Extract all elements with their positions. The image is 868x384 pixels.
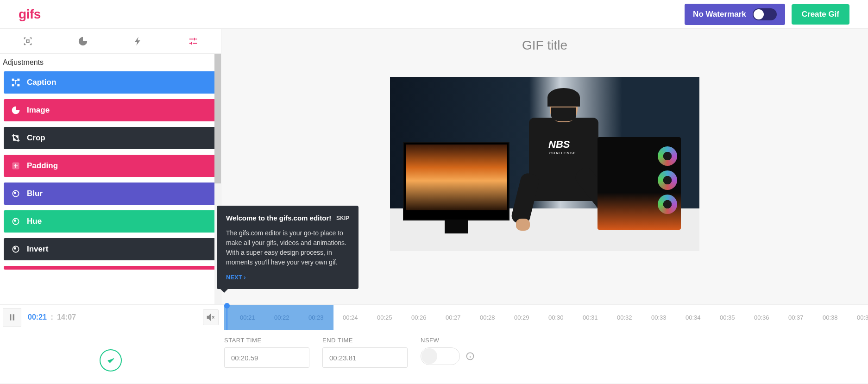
toggle-handle — [754, 9, 764, 19]
invert-icon — [11, 245, 20, 254]
caption-frame-icon — [23, 36, 33, 46]
timeline-tick: 00:36 — [754, 314, 769, 321]
timeline-tick: 00:26 — [411, 314, 427, 321]
logo[interactable]: gifs — [19, 7, 41, 22]
timeline-tick: 00:38 — [823, 314, 838, 321]
nsfw-label: NSFW — [421, 337, 475, 344]
adjustment-invert[interactable]: Invert — [4, 238, 217, 260]
adjustment-padding[interactable]: Padding — [4, 155, 217, 177]
scene-monitor — [403, 142, 509, 220]
adjustment-label: Hue — [27, 217, 42, 226]
caption-icon — [11, 78, 20, 87]
adjustment-more[interactable] — [4, 266, 217, 270]
sticker-icon — [78, 36, 88, 46]
pc-fan-icon — [658, 146, 677, 166]
mute-icon — [206, 313, 215, 322]
timeline-tick: 00:23 — [308, 314, 324, 321]
timeline-tick: 00:27 — [446, 314, 461, 321]
bottom-controls: START TIME END TIME NSFW OFF — [0, 330, 868, 384]
monitor-screen — [406, 145, 507, 210]
timeline-tick: 00:28 — [480, 314, 495, 321]
tab-adjustments-tool[interactable] — [166, 29, 221, 53]
crop-icon — [11, 133, 20, 143]
timeline-tick: 00:22 — [274, 314, 289, 321]
adjustment-caption[interactable]: Caption — [4, 71, 217, 94]
svg-rect-2 — [13, 84, 14, 86]
check-icon — [106, 356, 115, 365]
tooltip-skip-button[interactable]: SKIP — [336, 215, 349, 221]
image-icon — [11, 106, 20, 115]
padding-icon — [11, 161, 20, 170]
timeline-tick: 00:33 — [651, 314, 667, 321]
total-time: 14:07 — [57, 313, 76, 321]
info-icon[interactable] — [465, 352, 475, 361]
svg-rect-12 — [13, 314, 14, 320]
nsfw-toggle[interactable]: OFF — [421, 347, 460, 365]
svg-point-6 — [14, 192, 16, 194]
create-gif-button[interactable]: Create Gif — [792, 4, 849, 25]
start-time-label: START TIME — [224, 337, 309, 344]
svg-rect-3 — [18, 84, 19, 86]
adjustment-label: Caption — [27, 78, 56, 87]
adjustment-image[interactable]: Image — [4, 99, 217, 121]
start-time-input[interactable] — [224, 347, 309, 368]
timeline-tick: 00:25 — [377, 314, 392, 321]
shirt-logo: NBS — [548, 138, 570, 151]
svg-rect-1 — [18, 79, 19, 81]
hue-icon — [11, 217, 20, 226]
gif-title-input[interactable]: GIF title — [522, 38, 567, 53]
blur-icon — [11, 189, 20, 198]
svg-point-10 — [14, 247, 16, 250]
time-display: 00:21 : 14:07 — [28, 313, 76, 321]
adjustment-label: Blur — [27, 189, 43, 198]
no-watermark-label: No Watermark — [693, 10, 746, 19]
tooltip-title: Welcome to the gifs.com editor! — [226, 214, 331, 222]
tab-sticker-tool[interactable] — [55, 29, 110, 53]
pause-icon — [7, 313, 17, 322]
adjustment-label: Image — [27, 106, 50, 115]
timeline-tick: 00:39 — [857, 314, 868, 321]
tooltip-arrow — [220, 289, 228, 293]
nsfw-handle — [421, 348, 437, 364]
mute-button[interactable] — [203, 309, 219, 325]
tooltip-next-button[interactable]: NEXT — [226, 274, 349, 281]
sliders-icon — [188, 36, 198, 46]
timeline-tick: 00:34 — [686, 314, 701, 321]
confirm-button[interactable] — [100, 349, 122, 371]
scene-pc-case — [598, 137, 681, 230]
adjustment-label: Padding — [27, 161, 58, 170]
timeline-tick: 00:31 — [583, 314, 598, 321]
time-separator: : — [50, 313, 53, 321]
tooltip-body: The gifs.com editor is your go-to place … — [226, 228, 349, 267]
adjustments-heading: Adjustments — [0, 54, 221, 71]
timeline: 00:21 : 14:07 00:2100:2200:2300:2400:250… — [0, 304, 868, 330]
svg-rect-11 — [10, 314, 11, 320]
scene-person: NBS CHALLENGE — [529, 90, 598, 251]
timeline-track[interactable]: 00:2100:2200:2300:2400:2500:2600:2700:28… — [221, 305, 868, 330]
timeline-tick: 00:35 — [720, 314, 735, 321]
svg-point-8 — [14, 220, 16, 222]
video-preview[interactable]: NBS CHALLENGE — [390, 77, 699, 251]
adjustment-blur[interactable]: Blur — [4, 183, 217, 205]
pc-fan-icon — [658, 195, 677, 214]
pause-button[interactable] — [3, 308, 21, 327]
timeline-tick: 00:37 — [788, 314, 804, 321]
adjustment-hue[interactable]: Hue — [4, 210, 217, 233]
timeline-tick: 00:32 — [617, 314, 632, 321]
tab-caption-tool[interactable] — [0, 29, 55, 53]
timeline-tick: 00:30 — [548, 314, 564, 321]
end-time-input[interactable] — [322, 347, 408, 368]
timeline-tick: 00:29 — [514, 314, 529, 321]
watermark-toggle[interactable] — [753, 8, 777, 20]
scroll-thumb[interactable] — [214, 54, 221, 183]
shirt-sub: CHALLENGE — [549, 151, 576, 155]
no-watermark-button[interactable]: No Watermark — [685, 4, 785, 25]
tab-effects-tool[interactable] — [111, 29, 166, 53]
adjustment-crop[interactable]: Crop — [4, 127, 217, 149]
timeline-tick: 00:24 — [343, 314, 358, 321]
current-time: 00:21 — [28, 313, 47, 321]
adjustment-label: Invert — [27, 245, 48, 254]
sidebar: Adjustments Caption Image Crop Padding — [0, 29, 221, 304]
svg-rect-0 — [13, 79, 14, 81]
bolt-icon — [133, 36, 143, 46]
